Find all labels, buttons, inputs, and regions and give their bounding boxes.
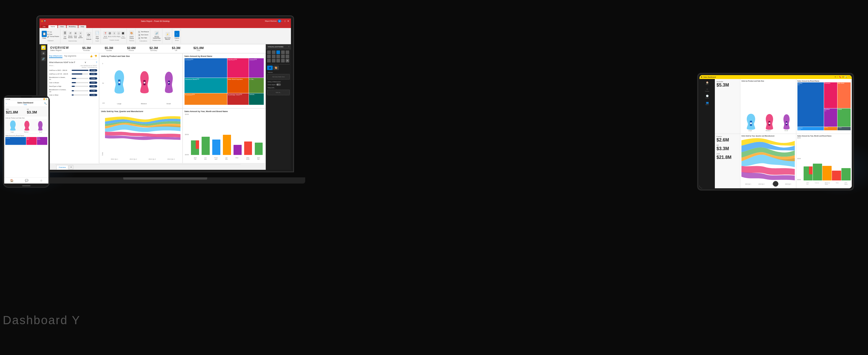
format-painter-button[interactable]: 🖌Format Painter [47,36,59,37]
viz-fields-tab[interactable]: ⊞ [267,65,273,70]
phone-status-icons: 📶🔋 [43,98,47,100]
text-box-button[interactable]: T Text Box [112,31,116,39]
viz-icon-clustered-bar[interactable] [272,51,276,54]
phone-kpi-uk-value: $3.3M [27,110,47,114]
tablet-sidebar-favorites[interactable]: ☆ Favorites [700,87,715,93]
question-help[interactable]: ? [96,61,97,64]
ask-question-button[interactable]: ❓ Ask AQuestion [103,31,107,39]
edit-queries-button[interactable]: ≡ EditQueries [79,31,83,38]
viz-format-tab[interactable]: 🎨 [273,65,279,70]
viz-values-field[interactable]: Add data fields here [267,74,290,80]
tablet-stream-chart: Units Sold by Year, Quarter and Manufact… [740,134,796,188]
kpi-germany-value: $2.3M [150,46,158,50]
from-template-button[interactable]: ⬛ FromTemplate [121,31,125,39]
new-column-button[interactable]: ⊞ New Column [138,34,149,36]
laptop-device: ⊞ 🔲 Sales Report - Power BI Desktop Migu… [36,16,294,183]
refresh-button[interactable]: ⟳ Refresh [86,32,91,40]
copy-button[interactable]: ⎘Copy [47,33,59,35]
get-data-button[interactable]: 🗄 GetData [63,31,67,39]
tab-home[interactable]: Home [49,25,57,28]
tablet-bookmark-icon[interactable]: 🔖 [839,76,841,78]
kpi-australia-value: $5.3M [82,46,91,50]
phone-search-icon[interactable]: 🔍 [44,102,47,105]
tablet-search-icon[interactable]: 🔍 [845,76,847,78]
kpi-canada: $5.3M Canada [100,46,117,51]
tablet-share-icon[interactable]: ↑ [837,76,838,78]
viz-icon-slicer[interactable] [276,59,280,62]
viz-icon-card[interactable] [267,59,271,62]
tab-view[interactable]: View [58,25,66,28]
tablet-tm-fabrikam: FabriKam$3M [824,109,837,126]
new-measure-button[interactable]: fx New Measure [138,31,149,33]
tab-help[interactable]: Help [79,25,86,28]
viz-icon-stacked-bar[interactable] [267,51,271,54]
phone-nav-chat[interactable]: 💬 [25,179,28,182]
tab-top-segments[interactable]: Top segments [64,55,76,58]
viz-icon-table[interactable] [281,59,285,62]
tablet-overflow-icon[interactable]: ⋯ [848,76,850,78]
viz-icon-kpi[interactable] [272,59,276,62]
phone-back-button[interactable]: ‹ [6,102,7,105]
quick-measure-button[interactable]: ⚡ New QuickMeasure [165,32,171,40]
shapes-button[interactable]: ◻ Shapes [117,31,121,39]
tablet-sidebar-recent[interactable]: 🕐 Recent [700,94,715,100]
user-name: Miguel Martinez [265,20,277,22]
tablet-filter-icon[interactable]: ⊡ [842,76,844,78]
page-tab-overview[interactable]: Overview [56,165,68,170]
enter-data-button[interactable]: ⊞ EnterData [74,31,78,38]
tablet-edit-icon[interactable]: ✏ [835,76,836,78]
svg-point-5 [144,82,146,84]
tablet-title: Sales Dashboard [703,76,716,78]
tablet-violin-labels: LargeMediumSmall [741,130,795,131]
report-view-icon[interactable]: 📊 [41,46,45,50]
tab-file[interactable]: File [40,25,48,28]
tablet-titlebar-controls: ✏ ↑ 🔖 ⊡ 🔍 ⋯ [835,76,850,78]
buttons-button[interactable]: 🔘 Buttons [108,31,112,39]
tablet-sidebar-home[interactable]: 🏠 Home [700,80,715,86]
tablet-kpi-france: France $2.6M UK $3.3M USA $21.8M [715,134,740,188]
add-page-button[interactable]: + [69,165,73,170]
viz-icon-line[interactable] [276,51,280,54]
treemap-advworks: Adventure Works$1M [185,78,227,93]
cross-report-toggle[interactable] [276,84,281,86]
inf-item-2: UnitPrice is 197.45 - 199.45 6.58x [49,73,97,75]
viz-drillthrough-field[interactable]: Add do... [267,90,290,95]
phone-violin-medium [23,120,31,130]
switch-theme-button[interactable]: 🎨 SwitchTheme [129,31,134,39]
phone-nav-home[interactable]: 🏠 [10,179,13,182]
viz-icon-map[interactable] [281,55,285,58]
tablet-sidebar-shared[interactable]: 👥 Shared [700,100,715,107]
viz-icon-scatter[interactable] [286,51,289,54]
model-view-icon[interactable]: 🔗 [41,57,45,61]
thumbs-up-icon[interactable]: 👍 [90,55,93,58]
viz-icon-treemap[interactable] [276,55,280,58]
tab-modeling[interactable]: Modeling [67,25,78,28]
recent-sources-button[interactable]: ⏱ RecentSources [68,31,73,38]
stream-x-axis: 2014 Qtr 12014 Qtr 22014 Qtr 32014 Qtr 4 [105,158,181,160]
cut-button[interactable]: ✂Cut [47,31,59,33]
phone-violin-labels: LargeMediumSmall [5,131,47,133]
viz-values-section: Values [266,70,291,73]
viz-icon-gauge[interactable] [286,55,289,58]
tablet-home-button[interactable] [773,181,778,187]
new-table-button[interactable]: ⊟ New Table [138,37,149,39]
data-view-icon[interactable]: ⊞ [41,51,45,56]
viz-keepall: Keep all fil... [266,86,291,89]
tab-key-influencers[interactable]: Key influencers [49,55,62,58]
tablet-tm-litware: Litware [837,109,850,126]
tablet-body: Sales Dashboard ✏ ↑ 🔖 ⊡ 🔍 ⋯ 🏠 Home [697,73,854,190]
viz-icon-r[interactable]: R [286,59,289,62]
viz-icon-donut[interactable] [272,55,276,58]
manage-relationships-button[interactable]: 🔗 ManageRelationships [153,31,160,39]
publish-button[interactable]: ↑ Publish [175,31,180,39]
viz-icon-pie[interactable] [267,55,271,58]
viz-drillthrough-section: DRILLTHROUGH [266,80,291,83]
thumbs-down-icon[interactable]: 👎 [94,55,97,58]
kpi-france: $2.6M France [123,46,140,51]
question-chevron[interactable]: ∨ [85,61,86,64]
phone-nav-star[interactable]: ☆ [40,179,42,182]
paste-button[interactable]: 📋 Paste [42,31,47,39]
viz-panel-expand[interactable]: › [288,46,289,48]
new-page-button[interactable]: 📄 NewPage [95,31,99,39]
viz-icon-area[interactable] [281,51,285,54]
